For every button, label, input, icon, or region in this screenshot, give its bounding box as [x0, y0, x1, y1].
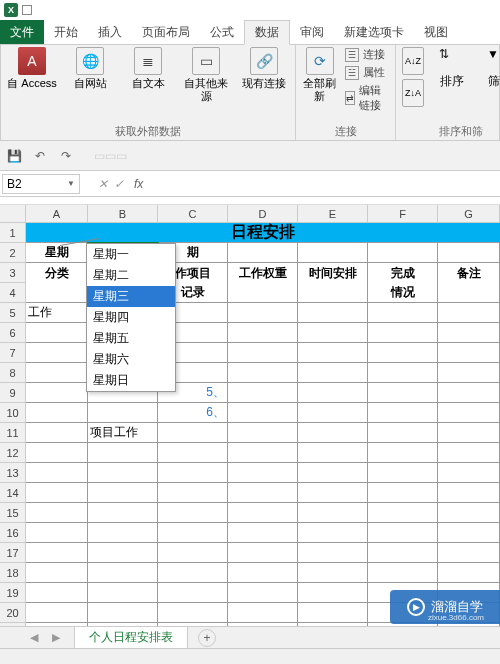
- select-all-corner[interactable]: [0, 205, 26, 222]
- tab-file[interactable]: 文件: [0, 20, 44, 44]
- dropdown-item-sat[interactable]: 星期六: [87, 349, 175, 370]
- dropdown-item-wed[interactable]: 星期三: [87, 286, 175, 307]
- cell-G6[interactable]: [438, 323, 500, 343]
- row-header-14[interactable]: 14: [0, 483, 26, 503]
- tab-formulas[interactable]: 公式: [200, 20, 244, 44]
- qat-redo-icon[interactable]: ↷: [58, 149, 74, 163]
- cell-G3[interactable]: 备注: [438, 263, 500, 283]
- name-box-dropdown-icon[interactable]: ▼: [67, 179, 75, 188]
- cell-A5[interactable]: 工作: [26, 303, 88, 323]
- cell-C11[interactable]: [158, 423, 228, 443]
- cell-B10[interactable]: [88, 403, 158, 423]
- row-header-12[interactable]: 12: [0, 443, 26, 463]
- titlebar-dropdown-icon[interactable]: [22, 5, 32, 15]
- cell-G5[interactable]: [438, 303, 500, 323]
- row-header-2[interactable]: 2: [0, 243, 26, 263]
- btn-from-access[interactable]: A 自 Access: [7, 47, 57, 90]
- row-header-13[interactable]: 13: [0, 463, 26, 483]
- cell-C10[interactable]: 6、: [158, 403, 228, 423]
- cell-D7[interactable]: [228, 343, 298, 363]
- btn-from-web[interactable]: 🌐 自网站: [65, 47, 115, 90]
- row-header-3[interactable]: 3: [0, 263, 26, 283]
- tab-insert[interactable]: 插入: [88, 20, 132, 44]
- btn-refresh-all[interactable]: ⟳ 全部刷新: [302, 47, 337, 103]
- btn-from-text[interactable]: ≣ 自文本: [123, 47, 173, 90]
- cell-D11[interactable]: [228, 423, 298, 443]
- cell-D10[interactable]: [228, 403, 298, 423]
- cell-G8[interactable]: [438, 363, 500, 383]
- cell-D3[interactable]: 工作权重: [228, 263, 298, 283]
- btn-from-other[interactable]: ▭ 自其他来源: [181, 47, 231, 103]
- cell-E2[interactable]: [298, 243, 368, 263]
- col-header-D[interactable]: D: [228, 205, 298, 222]
- cell-E4[interactable]: [298, 283, 368, 303]
- cell-E11[interactable]: [298, 423, 368, 443]
- tab-data[interactable]: 数据: [244, 20, 290, 45]
- cell-E6[interactable]: [298, 323, 368, 343]
- add-sheet-button[interactable]: +: [198, 629, 216, 647]
- dropdown-item-fri[interactable]: 星期五: [87, 328, 175, 349]
- cell-B11[interactable]: 项目工作: [88, 423, 158, 443]
- btn-properties[interactable]: ☱属性: [345, 65, 389, 80]
- qat-save-icon[interactable]: 💾: [6, 149, 22, 163]
- tab-home[interactable]: 开始: [44, 20, 88, 44]
- tab-view[interactable]: 视图: [414, 20, 458, 44]
- sheet-nav-prev-icon[interactable]: ◀: [30, 631, 38, 644]
- cell-E3[interactable]: 时间安排: [298, 263, 368, 283]
- tab-pagelayout[interactable]: 页面布局: [132, 20, 200, 44]
- row-header-18[interactable]: 18: [0, 563, 26, 583]
- qat-undo-icon[interactable]: ↶: [32, 149, 48, 163]
- dropdown-item-thu[interactable]: 星期四: [87, 307, 175, 328]
- cell-F5[interactable]: [368, 303, 438, 323]
- row-header-19[interactable]: 19: [0, 583, 26, 603]
- row-header-1[interactable]: 1: [0, 223, 26, 243]
- btn-sort[interactable]: ⇅ 排序: [432, 47, 472, 90]
- cell-F6[interactable]: [368, 323, 438, 343]
- validation-dropdown-list[interactable]: 星期一 星期二 星期三 星期四 星期五 星期六 星期日: [86, 243, 176, 392]
- cell-F2[interactable]: [368, 243, 438, 263]
- cell-A7[interactable]: [26, 343, 88, 363]
- fx-icon[interactable]: fx: [134, 177, 143, 191]
- btn-existing-conn[interactable]: 🔗 现有连接: [239, 47, 289, 90]
- row-header-4[interactable]: 4: [0, 283, 26, 303]
- cell-A8[interactable]: [26, 363, 88, 383]
- cell-F4[interactable]: 情况: [368, 283, 438, 303]
- col-header-F[interactable]: F: [368, 205, 438, 222]
- row-header-15[interactable]: 15: [0, 503, 26, 523]
- cell-A6[interactable]: [26, 323, 88, 343]
- col-header-E[interactable]: E: [298, 205, 368, 222]
- cell-F10[interactable]: [368, 403, 438, 423]
- cell-F8[interactable]: [368, 363, 438, 383]
- name-box[interactable]: B2 ▼: [2, 174, 80, 194]
- cell-A9[interactable]: [26, 383, 88, 403]
- cell-title[interactable]: 日程安排: [26, 223, 500, 243]
- cell-F9[interactable]: [368, 383, 438, 403]
- cell-G2[interactable]: [438, 243, 500, 263]
- cell-G9[interactable]: [438, 383, 500, 403]
- btn-filter[interactable]: ▼ 筛选: [480, 47, 500, 90]
- btn-sort-desc[interactable]: Z↓A: [402, 79, 424, 107]
- cancel-icon[interactable]: ✕: [98, 177, 108, 191]
- btn-edit-links[interactable]: ⇄编辑链接: [345, 83, 389, 113]
- row-header-8[interactable]: 8: [0, 363, 26, 383]
- dropdown-item-mon[interactable]: 星期一: [87, 244, 175, 265]
- row-header-7[interactable]: 7: [0, 343, 26, 363]
- cell-A10[interactable]: [26, 403, 88, 423]
- cell-D5[interactable]: [228, 303, 298, 323]
- sheet-tab-active[interactable]: 个人日程安排表: [74, 626, 188, 650]
- row-header-16[interactable]: 16: [0, 523, 26, 543]
- cell-D9[interactable]: [228, 383, 298, 403]
- col-header-A[interactable]: A: [26, 205, 88, 222]
- dropdown-item-tue[interactable]: 星期二: [87, 265, 175, 286]
- cell-F7[interactable]: [368, 343, 438, 363]
- cell-E7[interactable]: [298, 343, 368, 363]
- dropdown-item-sun[interactable]: 星期日: [87, 370, 175, 391]
- cell-D6[interactable]: [228, 323, 298, 343]
- row-header-9[interactable]: 9: [0, 383, 26, 403]
- cell-D4[interactable]: [228, 283, 298, 303]
- row-header-5[interactable]: 5: [0, 303, 26, 323]
- row-header-11[interactable]: 11: [0, 423, 26, 443]
- cell-A4[interactable]: [26, 283, 88, 303]
- cell-A11[interactable]: [26, 423, 88, 443]
- cell-E8[interactable]: [298, 363, 368, 383]
